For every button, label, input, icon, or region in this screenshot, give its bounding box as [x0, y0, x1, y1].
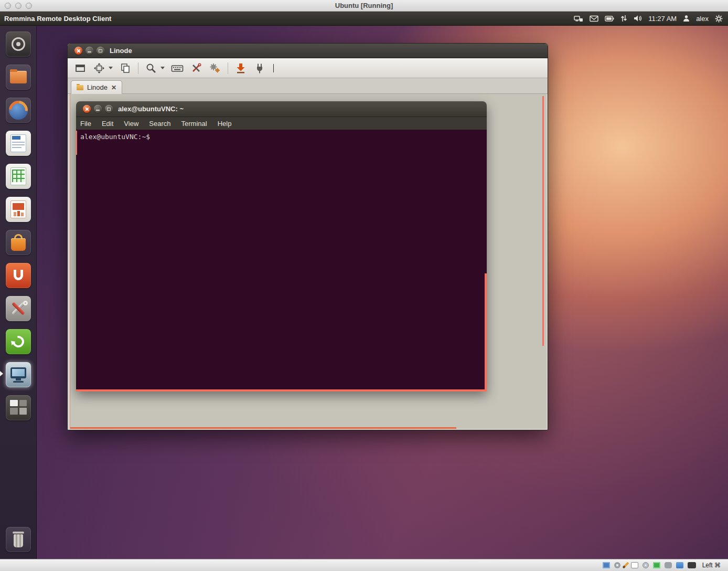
window-grid-icon	[10, 400, 18, 406]
host-titlebar[interactable]: Ubuntu [Running]	[0, 0, 728, 12]
launcher-item-files[interactable]	[6, 65, 31, 90]
menu-help[interactable]: Help	[218, 120, 232, 128]
menu-search[interactable]: Search	[149, 120, 170, 128]
launcher-item-remmina[interactable]	[6, 362, 31, 387]
battery-icon[interactable]	[605, 16, 614, 22]
gears-icon[interactable]	[209, 62, 221, 75]
menu-terminal[interactable]: Terminal	[181, 120, 207, 128]
launcher-item-trash[interactable]	[6, 527, 31, 552]
menu-file[interactable]: File	[80, 120, 91, 128]
launcher-item-firefox[interactable]	[6, 98, 31, 123]
tab-close-icon[interactable]: ✕	[111, 84, 116, 91]
text-caret	[273, 64, 274, 72]
vm-shared-clipboard-icon[interactable]	[631, 562, 638, 568]
virtualbox-window: Ubuntu [Running] Remmina Remote Desktop …	[0, 0, 728, 571]
folder-icon	[10, 71, 27, 83]
terminal-maximize-button[interactable]	[105, 105, 113, 113]
ubuntu-one-icon	[14, 270, 23, 280]
remmina-tabbar: Linode ✕	[68, 78, 548, 94]
session-gear-icon[interactable]	[715, 15, 723, 23]
remmina-maximize-button[interactable]	[97, 47, 104, 55]
launcher-item-window-spread[interactable]	[6, 395, 31, 420]
mail-icon[interactable]	[590, 15, 598, 22]
vnc-artifact-bottom	[70, 427, 456, 429]
launcher-item-dash[interactable]	[6, 31, 31, 57]
ubuntu-top-panel: Remmina Remote Desktop Client 11:27 AM a…	[0, 12, 728, 26]
remmina-titlebar[interactable]: Linode	[68, 44, 548, 58]
terminal-close-button[interactable]	[83, 105, 91, 113]
terminal-window: alex@ubuntuVNC: ~ File Edit View Search …	[76, 101, 487, 392]
network-icon[interactable]	[574, 15, 583, 23]
menu-edit[interactable]: Edit	[102, 120, 113, 128]
wrench-screwdriver-icon[interactable]	[190, 62, 202, 75]
toolbar-separator	[138, 62, 138, 74]
remmina-toolbar	[68, 58, 548, 78]
connection-icon	[77, 85, 83, 90]
vm-recording-pencil-icon[interactable]	[622, 562, 629, 569]
terminal-artifact-bottom	[76, 389, 487, 392]
terminal-body[interactable]: alex@ubuntuVNC:~$	[76, 130, 487, 392]
terminal-artifact-right	[485, 273, 487, 392]
tab-label: Linode	[87, 83, 108, 91]
launcher-item-ubuntu-one[interactable]	[6, 263, 31, 288]
sync-arrows-icon[interactable]	[620, 15, 627, 22]
plug-disconnect-icon[interactable]	[253, 62, 266, 75]
host-key-icon	[688, 562, 696, 568]
vm-network-icon[interactable]	[653, 562, 660, 568]
trash-icon	[13, 532, 24, 534]
terminal-artifact-left	[76, 131, 77, 155]
running-indicator-arrow	[0, 371, 3, 376]
vm-display-icon[interactable]	[603, 562, 610, 568]
toolbar-separator	[228, 62, 228, 74]
user-icon[interactable]	[683, 15, 690, 22]
panel-indicators: 11:27 AM alex	[574, 15, 723, 23]
vm-hdd-icon[interactable]	[614, 562, 620, 568]
vm-optical-icon[interactable]	[643, 562, 649, 568]
zoom-dropdown-icon[interactable]	[160, 67, 165, 69]
host-key-label: Left ⌘	[702, 562, 721, 569]
remmina-window: Linode Linode ✕	[67, 43, 548, 430]
terminal-menubar: File Edit View Search Terminal Help	[76, 117, 487, 130]
keyboard-icon[interactable]	[171, 62, 184, 75]
launcher-item-libreoffice-impress[interactable]	[6, 197, 31, 222]
active-app-title: Remmina Remote Desktop Client	[4, 15, 111, 23]
fullscreen-arrows-icon[interactable]	[93, 62, 105, 75]
scaled-mode-dropdown-icon[interactable]	[109, 67, 113, 69]
terminal-minimize-button[interactable]	[94, 105, 102, 113]
launcher-item-software-updater[interactable]	[6, 329, 31, 354]
clock[interactable]: 11:27 AM	[648, 15, 677, 23]
launcher-item-system-settings[interactable]	[6, 296, 31, 321]
remmina-minimize-button[interactable]	[85, 47, 93, 55]
resize-window-icon[interactable]	[74, 62, 87, 75]
download-arrow-icon[interactable]	[234, 62, 247, 75]
terminal-prompt: alex@ubuntuVNC:~$	[80, 133, 150, 141]
terminal-title: alex@ubuntuVNC: ~	[118, 105, 184, 113]
volume-icon[interactable]	[634, 15, 642, 22]
menu-view[interactable]: View	[124, 120, 138, 128]
duplicate-connection-icon[interactable]	[119, 62, 132, 75]
remmina-close-button[interactable]	[74, 47, 82, 55]
unity-launcher	[0, 26, 37, 559]
launcher-item-libreoffice-writer[interactable]	[6, 131, 31, 156]
remmina-window-title: Linode	[110, 47, 132, 55]
launcher-item-libreoffice-calc[interactable]	[6, 164, 31, 189]
terminal-titlebar[interactable]: alex@ubuntuVNC: ~	[76, 101, 487, 117]
vm-usb-icon[interactable]	[665, 562, 672, 568]
vnc-viewport[interactable]: alex@ubuntuVNC: ~ File Edit View Search …	[70, 94, 547, 429]
vm-shared-folders-icon[interactable]	[676, 562, 683, 568]
vbox-statusbar: Left ⌘	[0, 559, 728, 571]
tab-linode[interactable]: Linode ✕	[71, 80, 122, 94]
launcher-item-software-center[interactable]	[6, 230, 31, 255]
session-username[interactable]: alex	[696, 15, 709, 23]
magnifier-icon[interactable]	[145, 62, 157, 75]
vnc-artifact-right	[542, 96, 544, 346]
vnc-artifact-left	[70, 94, 70, 429]
host-window-title: Ubuntu [Running]	[0, 2, 728, 9]
